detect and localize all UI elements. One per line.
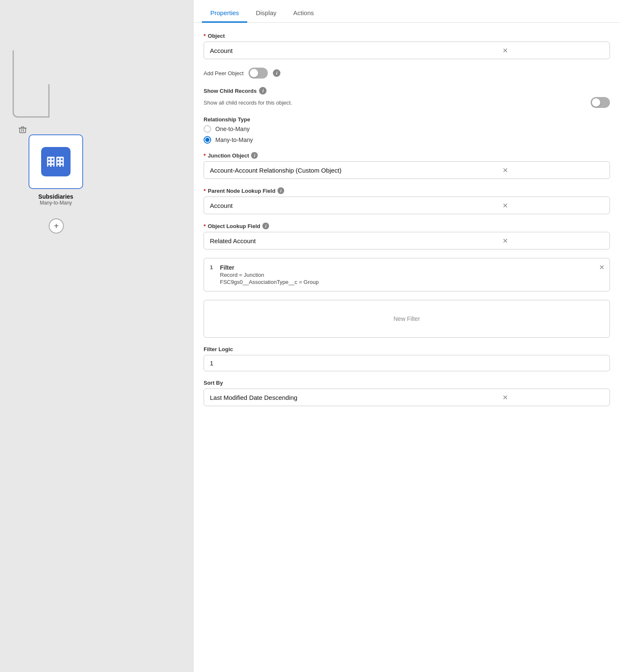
delete-icon[interactable] xyxy=(17,124,29,136)
parent-node-info-icon[interactable]: i xyxy=(277,187,284,194)
parent-node-lookup-group: * Parent Node Lookup Field i Account ✕ xyxy=(204,187,610,214)
svg-rect-13 xyxy=(58,165,59,167)
parent-node-lookup-value: Account xyxy=(210,202,407,209)
filter-logic-label: Filter Logic xyxy=(204,346,610,352)
object-field-group: * Object Account ✕ xyxy=(204,33,610,59)
object-lookup-value: Related Account xyxy=(210,237,407,244)
junction-object-label: * Junction Object i xyxy=(204,152,610,159)
junction-object-group: * Junction Object i Account-Account Rela… xyxy=(204,152,610,179)
svg-rect-10 xyxy=(61,158,63,160)
junction-clear-button[interactable]: ✕ xyxy=(407,166,604,174)
junction-info-icon[interactable]: i xyxy=(251,152,258,159)
node-title: Subsidiaries xyxy=(29,193,83,200)
filter-title: Filter xyxy=(220,264,604,271)
connector-horizontal xyxy=(48,84,50,118)
new-filter-box[interactable]: New Filter xyxy=(204,300,610,338)
object-clear-button[interactable]: ✕ xyxy=(407,46,604,55)
filter-logic-input[interactable]: 1 xyxy=(204,355,610,371)
filter-content: Filter Record = Junction FSC9gs0__Associ… xyxy=(210,264,604,285)
tab-display[interactable]: Display xyxy=(247,3,285,23)
radio-label-one-to-many: One-to-Many xyxy=(215,126,250,132)
show-child-toggle-row: Show all child records for this object. xyxy=(204,97,610,108)
relationship-type-group: Relationship Type One-to-Many Many-to-Ma… xyxy=(204,116,610,144)
junction-required-marker: * xyxy=(204,152,206,159)
radio-circle-one-to-many xyxy=(204,125,211,133)
add-peer-label: Add Peer Object xyxy=(204,70,243,76)
radio-many-to-many[interactable]: Many-to-Many xyxy=(204,136,610,144)
object-lookup-group: * Object Lookup Field i Related Account … xyxy=(204,223,610,249)
show-child-info-icon[interactable]: i xyxy=(259,87,267,94)
svg-rect-11 xyxy=(58,162,59,163)
connector-curve xyxy=(13,84,50,118)
form-body: * Object Account ✕ Add Peer Object i Sho… xyxy=(194,23,620,416)
svg-rect-3 xyxy=(52,158,53,160)
node-card[interactable] xyxy=(29,134,83,189)
object-input[interactable]: Account ✕ xyxy=(204,42,610,59)
show-child-sublabel: Show all child records for this object. xyxy=(204,100,292,106)
object-input-value: Account xyxy=(210,47,407,54)
svg-rect-8 xyxy=(56,157,64,167)
junction-object-input[interactable]: Account-Account Relationship (Custom Obj… xyxy=(204,161,610,179)
canvas-panel: Subsidiaries Many-to-Many + xyxy=(0,0,193,672)
show-child-toggle[interactable] xyxy=(591,97,610,108)
add-peer-toggle[interactable] xyxy=(249,68,268,79)
object-lookup-label: * Object Lookup Field i xyxy=(204,223,610,229)
connector-vertical xyxy=(13,50,14,85)
properties-panel: Properties Display Actions * Object Acco… xyxy=(193,0,620,672)
svg-rect-6 xyxy=(48,165,50,167)
svg-rect-4 xyxy=(48,162,50,163)
svg-rect-7 xyxy=(52,165,53,167)
relationship-type-label-text: Relationship Type xyxy=(204,116,250,123)
filter-box: 1 Filter Record = Junction FSC9gs0__Asso… xyxy=(204,258,610,291)
svg-rect-5 xyxy=(52,162,53,163)
node-label: Subsidiaries Many-to-Many xyxy=(29,193,83,206)
radio-one-to-many[interactable]: One-to-Many xyxy=(204,125,610,133)
svg-rect-12 xyxy=(61,162,63,163)
add-peer-info-icon[interactable]: i xyxy=(273,69,280,77)
sort-by-clear-button[interactable]: ✕ xyxy=(407,393,604,402)
radio-circle-many-to-many xyxy=(204,136,211,144)
junction-object-value: Account-Account Relationship (Custom Obj… xyxy=(210,167,407,174)
filter-detail-line2: FSC9gs0__AssociationType__c = Group xyxy=(220,279,604,285)
object-field-label: * Object xyxy=(204,33,610,39)
sort-by-label-text: Sort By xyxy=(204,380,223,386)
parent-node-required-marker: * xyxy=(204,188,206,194)
radio-group: One-to-Many Many-to-Many xyxy=(204,125,610,144)
object-lookup-clear-button[interactable]: ✕ xyxy=(407,236,604,245)
svg-rect-0 xyxy=(20,128,26,133)
parent-node-clear-button[interactable]: ✕ xyxy=(407,201,604,210)
svg-rect-2 xyxy=(48,158,50,160)
tab-actions[interactable]: Actions xyxy=(285,3,322,23)
filter-logic-label-text: Filter Logic xyxy=(204,346,233,352)
object-required-marker: * xyxy=(204,33,206,39)
node-subtitle: Many-to-Many xyxy=(29,200,83,206)
filter-logic-value: 1 xyxy=(210,360,213,367)
svg-rect-1 xyxy=(47,157,55,167)
relationship-type-label: Relationship Type xyxy=(204,116,610,123)
sort-by-value: Last Modified Date Descending xyxy=(210,394,407,401)
filter-close-button[interactable]: ✕ xyxy=(599,263,604,271)
filter-detail-line1: Record = Junction xyxy=(220,272,604,278)
tabs-bar: Properties Display Actions xyxy=(194,0,620,23)
parent-node-lookup-label: * Parent Node Lookup Field i xyxy=(204,187,610,194)
junction-label-text: Junction Object xyxy=(208,152,249,159)
parent-node-lookup-input[interactable]: Account ✕ xyxy=(204,197,610,214)
tab-properties[interactable]: Properties xyxy=(202,3,247,23)
sort-by-label: Sort By xyxy=(204,380,610,386)
object-lookup-info-icon[interactable]: i xyxy=(262,223,269,229)
sort-by-input[interactable]: Last Modified Date Descending ✕ xyxy=(204,388,610,406)
show-child-group: Show Child Records i Show all child reco… xyxy=(204,87,610,108)
node-icon xyxy=(41,147,71,176)
object-label-text: Object xyxy=(208,33,225,39)
object-lookup-input[interactable]: Related Account ✕ xyxy=(204,232,610,249)
show-child-section-label: Show Child Records i xyxy=(204,87,610,94)
add-peer-row: Add Peer Object i xyxy=(204,68,610,79)
object-lookup-required-marker: * xyxy=(204,223,206,229)
parent-node-label-text: Parent Node Lookup Field xyxy=(208,188,275,194)
add-node-button[interactable]: + xyxy=(49,218,64,234)
show-child-label-text: Show Child Records xyxy=(204,88,256,94)
sort-by-group: Sort By Last Modified Date Descending ✕ xyxy=(204,380,610,406)
filter-logic-group: Filter Logic 1 xyxy=(204,346,610,371)
svg-rect-9 xyxy=(58,158,59,160)
new-filter-text: New Filter xyxy=(393,315,420,322)
